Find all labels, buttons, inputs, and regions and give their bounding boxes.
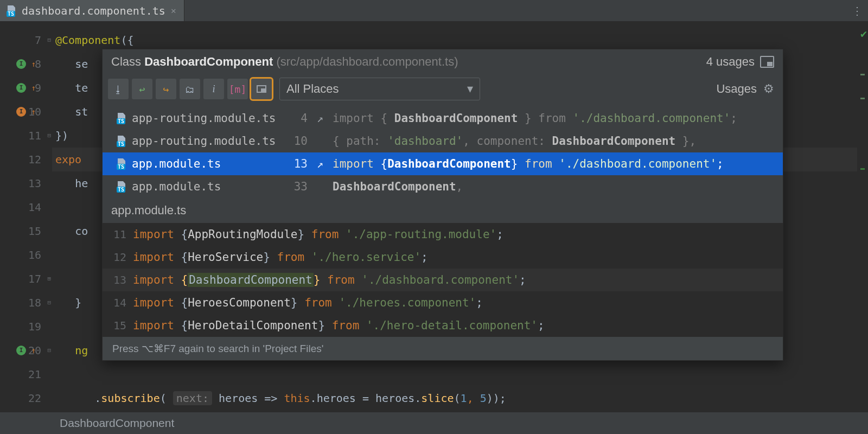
gutter-line: 8I↑: [0, 52, 52, 76]
popup-symbol: DashboardComponent: [144, 55, 273, 68]
preview-code-text: import {AppRoutingModule} from './app-ro…: [133, 228, 783, 241]
ts-file-icon: [117, 113, 127, 124]
preview-gutter: 14: [103, 296, 133, 309]
gutter-line: 19: [0, 315, 52, 339]
preview-toggle-button[interactable]: [251, 79, 272, 99]
preview-line[interactable]: 13import {DashboardComponent} from './da…: [103, 269, 783, 291]
gutter-line: 20I↑⊟: [0, 339, 52, 362]
preview-gutter: 11: [103, 228, 133, 241]
inspection-ok-icon: ✔: [860, 27, 867, 40]
gutter-line: 13: [0, 171, 52, 195]
preview-code-text: import {HeroService} from './hero.servic…: [133, 251, 783, 264]
gutter-line: 14: [0, 195, 52, 219]
preview-line[interactable]: 12import {HeroService} from './hero.serv…: [103, 246, 783, 269]
file-tab-label: dashboard.component.ts: [22, 4, 165, 17]
open-in-find-button[interactable]: ⭳: [108, 79, 129, 99]
tabbar-spacer: [184, 0, 846, 21]
gutter-line: 16: [0, 243, 52, 267]
ts-file-icon: [117, 158, 127, 169]
prev-occurrence-button[interactable]: ↩: [132, 79, 152, 99]
gutter-line: 10I↑: [0, 100, 52, 124]
preview-code-text: import {HeroesComponent} from './heroes.…: [133, 296, 783, 309]
ts-file-icon: [117, 181, 127, 192]
gutter-line: 18⊟: [0, 291, 52, 315]
gutter-line: 9I↑: [0, 76, 52, 100]
next-occurrence-button[interactable]: ↪: [156, 79, 176, 99]
file-tab[interactable]: dashboard.component.ts ✕: [0, 0, 184, 21]
scope-value: All Places: [286, 82, 339, 96]
preview-line[interactable]: 11import {AppRoutingModule} from './app-…: [103, 223, 783, 246]
marker-tick[interactable]: [860, 98, 865, 99]
gutter-line: 21: [0, 362, 52, 386]
usage-file: app.module.ts: [117, 157, 279, 170]
popup-header: Class DashboardComponent (src/app/dashbo…: [103, 49, 783, 75]
usages-label[interactable]: Usages: [716, 82, 757, 96]
gutter-line: 7⊟: [0, 28, 52, 52]
group-by-module-button[interactable]: [m]: [227, 79, 248, 99]
open-in-toolwindow-icon[interactable]: [760, 56, 774, 68]
usage-list: app-routing.module.ts4↗import { Dashboar…: [103, 107, 783, 198]
ts-file-icon: [7, 5, 17, 16]
usage-row[interactable]: app-routing.module.ts10 { path: 'dashboa…: [103, 130, 783, 152]
info-button[interactable]: i: [203, 79, 224, 99]
filter-button[interactable]: 🗂: [180, 79, 200, 99]
preview-gutter: 12: [103, 251, 133, 264]
preview-line[interactable]: 15import {HeroDetailComponent} from './h…: [103, 314, 783, 337]
marker-tick[interactable]: [860, 74, 865, 75]
usage-line: 13: [286, 157, 308, 170]
show-usages-popup: Class DashboardComponent (src/app/dashbo…: [102, 49, 783, 361]
preview-code-text: import {HeroDetailComponent} from './her…: [133, 319, 783, 332]
usage-row[interactable]: app.module.ts13↗import {DashboardCompone…: [103, 152, 783, 175]
usages-count: 4 usages: [706, 55, 755, 69]
tabbar-overflow-button[interactable]: ⋮: [846, 0, 868, 21]
usage-snippet: DashboardComponent,: [333, 180, 463, 193]
usage-line: 4: [286, 112, 308, 125]
marker-tick[interactable]: [860, 168, 865, 170]
usage-line: 33: [286, 180, 308, 193]
gear-icon[interactable]: ⚙: [760, 82, 777, 96]
editor-tabbar: dashboard.component.ts ✕ ⋮: [0, 0, 868, 22]
gutter-line: 22: [0, 386, 52, 410]
popup-hint: Press ⌥⌘F7 again to search in 'Project F…: [103, 337, 783, 360]
usage-file: app.module.ts: [117, 180, 279, 193]
close-tab-button[interactable]: ✕: [170, 5, 177, 16]
usage-line: 10: [286, 135, 308, 148]
gutter-line: 17⊞: [0, 267, 52, 291]
scope-select[interactable]: All Places ▾: [279, 78, 480, 100]
jump-icon: ↗: [314, 112, 326, 125]
status-bar: DashboardComponent: [0, 412, 868, 434]
popup-kind: Class: [111, 55, 141, 68]
status-text: DashboardComponent: [60, 417, 174, 430]
preview-file-title: app.module.ts: [103, 198, 783, 223]
preview-gutter: 13: [103, 273, 133, 286]
gutter-line: 11⊟: [0, 124, 52, 148]
jump-icon: ↗: [314, 157, 326, 170]
chevron-down-icon: ▾: [467, 82, 473, 96]
preview-line[interactable]: 14import {HeroesComponent} from './heroe…: [103, 291, 783, 314]
preview-code-text: import {DashboardComponent} from './dash…: [133, 273, 783, 286]
usage-file: app-routing.module.ts: [117, 135, 279, 148]
code-line[interactable]: [52, 362, 857, 386]
ts-file-icon: [117, 136, 127, 146]
usage-snippet: import { DashboardComponent } from './da…: [333, 112, 737, 125]
preview-code[interactable]: 11import {AppRoutingModule} from './app-…: [103, 223, 783, 337]
popup-path: (src/app/dashboard.component.ts): [276, 55, 458, 68]
editor-gutter: 7⊟8I↑9I↑10I↑11⊟121314151617⊞18⊟1920I↑⊟21…: [0, 22, 52, 412]
popup-title: Class DashboardComponent (src/app/dashbo…: [111, 55, 458, 69]
usage-snippet: import {DashboardComponent} from './dash…: [333, 157, 724, 170]
popup-toolbar: ⭳ ↩ ↪ 🗂 i [m] All Places ▾ Usages ⚙: [103, 75, 783, 107]
preview-gutter: 15: [103, 319, 133, 332]
usage-snippet: { path: 'dashboard', component: Dashboar…: [333, 135, 696, 148]
gutter-line: 12: [0, 148, 52, 171]
gutter-line: 15: [0, 219, 52, 243]
usage-row[interactable]: app-routing.module.ts4↗import { Dashboar…: [103, 107, 783, 130]
usage-file: app-routing.module.ts: [117, 112, 279, 125]
editor-marker-strip[interactable]: ✔: [857, 22, 868, 412]
usage-row[interactable]: app.module.ts33 DashboardComponent,: [103, 175, 783, 198]
code-line[interactable]: .subscribe( next: heroes => this.heroes …: [52, 386, 857, 410]
